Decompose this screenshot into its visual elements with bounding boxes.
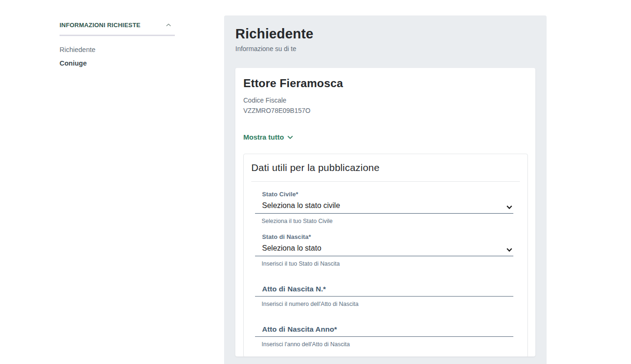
publication-data-section: Dati utili per la pubblicazione Stato Ci… (243, 154, 528, 357)
show-all-label: Mostra tutto (243, 133, 284, 141)
chevron-down-icon (506, 248, 512, 252)
field-atto-di-nascita-anno: Atto di Nascita Anno* Inserisci l'anno d… (255, 325, 513, 348)
chevron-down-icon (506, 205, 512, 209)
stato-di-nascita-selected-value: Seleziona lo stato (262, 244, 321, 253)
stato-di-nascita-label: Stato di Nascita* (262, 233, 513, 240)
sidebar-divider (60, 35, 175, 36)
atto-di-nascita-anno-line: Atto di Nascita Anno* (255, 325, 513, 337)
stato-civile-selected-value: Seleziona lo stato civile (262, 201, 340, 210)
stato-civile-helper: Seleziona il tuo Stato Civile (262, 218, 513, 224)
stato-civile-select[interactable]: Seleziona lo stato civile (255, 201, 513, 214)
applicant-name: Ettore Fieramosca (243, 77, 528, 90)
atto-di-nascita-anno-input[interactable] (255, 325, 513, 336)
sidebar: INFORMAZIONI RICHIESTE Richiedente Coniu… (60, 22, 175, 72)
sidebar-header-label: INFORMAZIONI RICHIESTE (60, 22, 141, 29)
chevron-up-icon (166, 23, 171, 27)
stato-di-nascita-helper: Inserisci il tuo Stato di Nascita (262, 260, 513, 267)
sidebar-item-richiedente[interactable]: Richiedente (60, 45, 175, 55)
atto-di-nascita-n-helper: Inserisci il numero dell'Atto di Nascita (262, 301, 513, 307)
sidebar-collapse-header[interactable]: INFORMAZIONI RICHIESTE (60, 22, 175, 29)
page-title: Richiedente (235, 26, 535, 42)
show-all-toggle[interactable]: Mostra tutto (243, 133, 293, 141)
atto-di-nascita-n-input[interactable] (255, 284, 513, 296)
stato-civile-label: Stato Civile* (262, 191, 513, 198)
page-subtitle: Informazione su di te (235, 45, 535, 52)
atto-di-nascita-n-line: Atto di Nascita N.* (255, 284, 513, 297)
applicant-card: Ettore Fieramosca Codice Fiscale VZZMRO7… (235, 68, 535, 357)
field-stato-civile: Stato Civile* Seleziona lo stato civile … (255, 191, 513, 224)
stato-di-nascita-select[interactable]: Seleziona lo stato (255, 244, 513, 256)
form-area: Stato Civile* Seleziona lo stato civile … (255, 191, 513, 348)
chevron-down-icon (287, 135, 293, 139)
section-title: Dati utili per la pubblicazione (244, 162, 527, 173)
sidebar-items: Richiedente Coniuge (60, 45, 175, 68)
field-atto-di-nascita-n: Atto di Nascita N.* Inserisci il numero … (255, 284, 513, 307)
fiscal-code-value: VZZMRO78E09B157O (243, 107, 528, 114)
section-divider (251, 181, 520, 182)
field-stato-di-nascita: Stato di Nascita* Seleziona lo stato Ins… (255, 233, 513, 267)
sidebar-item-coniuge[interactable]: Coniuge (60, 59, 175, 68)
atto-di-nascita-anno-helper: Inserisci l'anno dell'Atto di Nascita (262, 341, 513, 348)
main-panel: Richiedente Informazione su di te Ettore… (224, 15, 547, 364)
fiscal-code-label: Codice Fiscale (243, 97, 528, 104)
